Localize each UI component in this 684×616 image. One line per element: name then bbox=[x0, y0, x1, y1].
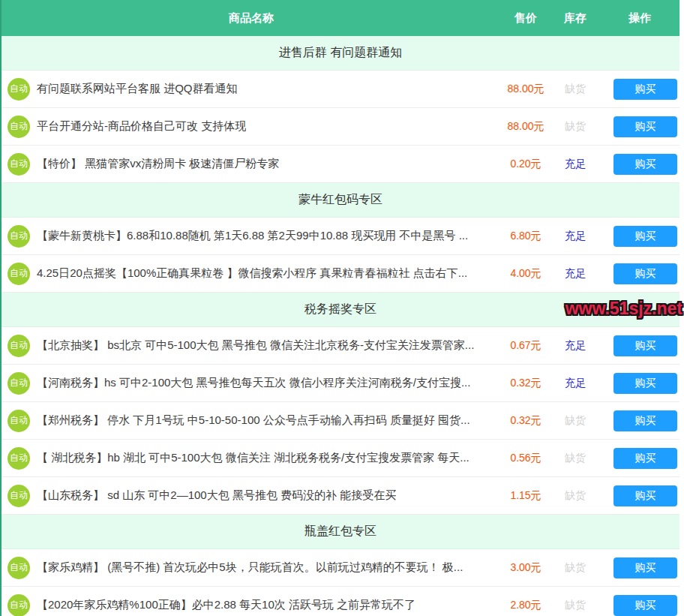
section-header: 瓶盖红包专区 bbox=[2, 515, 680, 549]
product-row: 自动【家乐鸡精】 (黑号不推) 首次玩必中5块，只能玩首次。以前玩过鸡精的不要玩… bbox=[2, 549, 680, 587]
product-name-cell: 自动【特价】 黑猫管家vx清粉周卡 极速清僵尸粉专家 bbox=[2, 153, 501, 176]
stock-status: 缺货 bbox=[550, 83, 600, 96]
product-price: 2.80元 bbox=[501, 599, 550, 612]
stock-status: 缺货 bbox=[550, 414, 600, 428]
action-cell: 购买 bbox=[600, 485, 680, 506]
product-name-cell: 自动【家乐鸡精】 (黑号不推) 首次玩必中5块，只能玩首次。以前玩过鸡精的不要玩… bbox=[2, 557, 501, 579]
action-cell: 购买 bbox=[600, 373, 680, 394]
stock-status: 充足 bbox=[550, 267, 600, 281]
table-body: 进售后群 有问题群通知自动有问题联系网站平台客服 进QQ群看通知88.00元缺货… bbox=[2, 36, 680, 616]
buy-button[interactable]: 购买 bbox=[614, 373, 677, 394]
column-header-product-name: 商品名称 bbox=[2, 11, 501, 26]
product-row: 自动【蒙牛新黄桃卡】6.88和10.88随机 第1天6.88 第2天99中10.… bbox=[2, 218, 680, 255]
column-header-price: 售价 bbox=[501, 11, 550, 26]
product-row: 自动【2020年家乐鸡精%100正确】必中2.88 每天10次 活跃号玩 之前异… bbox=[2, 587, 680, 616]
buy-button[interactable]: 购买 bbox=[614, 557, 677, 578]
stock-status: 缺货 bbox=[550, 452, 600, 465]
product-price: 0.56元 bbox=[501, 452, 550, 465]
action-cell: 购买 bbox=[600, 410, 680, 431]
stock-status: 充足 bbox=[550, 339, 600, 353]
product-name: 【 湖北税务】hb 湖北 可中5-100大包 微信关注 湖北税务税务/支付宝搜发… bbox=[37, 451, 470, 465]
auto-badge: 自动 bbox=[8, 263, 30, 285]
product-name: 4.25日20点摇奖【100%正确真果粒卷 】微信搜索小程序 真果粒青春福粒社 … bbox=[37, 266, 467, 281]
auto-badge: 自动 bbox=[8, 78, 30, 101]
buy-button[interactable]: 购买 bbox=[614, 448, 677, 469]
buy-button[interactable]: 购买 bbox=[614, 263, 677, 284]
buy-button[interactable]: 购买 bbox=[614, 485, 677, 506]
product-price: 0.32元 bbox=[501, 377, 550, 390]
product-row: 自动【特价】 黑猫管家vx清粉周卡 极速清僵尸粉专家0.20元充足购买 bbox=[2, 146, 680, 183]
product-price: 88.00元 bbox=[501, 83, 550, 96]
product-name-cell: 自动平台开通分站-商品价格自己可改 支持体现 bbox=[2, 116, 501, 138]
product-name: 【蒙牛新黄桃卡】6.88和10.88随机 第1天6.88 第2天99中10.88… bbox=[37, 229, 468, 243]
product-row: 自动有问题联系网站平台客服 进QQ群看通知88.00元缺货购买 bbox=[2, 71, 680, 108]
auto-badge: 自动 bbox=[8, 485, 30, 507]
product-row: 自动【北京抽奖】 bs北京 可中5-100大包 黑号推包 微信关注北京税务-支付… bbox=[2, 327, 680, 365]
buy-button[interactable]: 购买 bbox=[614, 116, 677, 137]
product-name: 【北京抽奖】 bs北京 可中5-100大包 黑号推包 微信关注北京税务-支付宝关… bbox=[37, 338, 474, 353]
buy-button[interactable]: 购买 bbox=[614, 410, 677, 431]
product-name-cell: 自动【2020年家乐鸡精%100正确】必中2.88 每天10次 活跃号玩 之前异… bbox=[2, 594, 501, 616]
stock-status: 充足 bbox=[550, 377, 600, 390]
product-price: 1.15元 bbox=[501, 489, 550, 503]
product-row: 自动4.25日20点摇奖【100%正确真果粒卷 】微信搜索小程序 真果粒青春福粒… bbox=[2, 255, 680, 293]
product-name-cell: 自动【山东税务】 sd 山东 可中2—100大包 黑号推包 费码没的补 能接受在… bbox=[2, 485, 501, 507]
column-header-stock: 库存 bbox=[550, 11, 600, 26]
product-row: 自动【山东税务】 sd 山东 可中2—100大包 黑号推包 费码没的补 能接受在… bbox=[2, 477, 680, 515]
section-title: 瓶盖红包专区 bbox=[304, 524, 376, 539]
product-name: 【河南税务】hs 可中2-100大包 黑号推包每天五次 微信小程序关注河南税务/… bbox=[37, 376, 470, 390]
stock-status: 缺货 bbox=[550, 561, 600, 575]
product-name: 有问题联系网站平台客服 进QQ群看通知 bbox=[37, 82, 238, 96]
table-header: 商品名称 售价 库存 操作 bbox=[2, 0, 680, 36]
action-cell: 购买 bbox=[600, 154, 680, 175]
section-title: 进售后群 有问题群通知 bbox=[279, 45, 402, 61]
auto-badge: 自动 bbox=[8, 372, 30, 395]
product-price: 4.00元 bbox=[501, 267, 550, 281]
product-name: 【特价】 黑猫管家vx清粉周卡 极速清僵尸粉专家 bbox=[37, 157, 279, 171]
auto-badge: 自动 bbox=[8, 557, 30, 579]
action-cell: 购买 bbox=[600, 557, 680, 578]
action-cell: 购买 bbox=[600, 595, 680, 616]
action-cell: 购买 bbox=[600, 79, 680, 100]
product-name: 【郑州税务】 停水 下月1号玩 中5-10-50-100 公众号点手动输入再扫码… bbox=[37, 413, 470, 428]
action-cell: 购买 bbox=[600, 335, 680, 356]
product-price: 0.20元 bbox=[501, 158, 550, 171]
product-name-cell: 自动【北京抽奖】 bs北京 可中5-100大包 黑号推包 微信关注北京税务-支付… bbox=[2, 335, 501, 357]
product-row: 自动【郑州税务】 停水 下月1号玩 中5-10-50-100 公众号点手动输入再… bbox=[2, 402, 680, 440]
product-price: 88.00元 bbox=[501, 120, 550, 134]
product-name-cell: 自动【蒙牛新黄桃卡】6.88和10.88随机 第1天6.88 第2天99中10.… bbox=[2, 225, 501, 248]
section-header: 蒙牛红包码专区 bbox=[2, 183, 680, 218]
column-header-action: 操作 bbox=[600, 11, 680, 26]
watermark: www.51sjz.net bbox=[566, 299, 682, 319]
product-row: 自动【 湖北税务】hb 湖北 可中5-100大包 微信关注 湖北税务税务/支付宝… bbox=[2, 440, 680, 477]
section-header: 进售后群 有问题群通知 bbox=[2, 36, 680, 71]
stock-status: 充足 bbox=[550, 158, 600, 171]
product-price: 3.00元 bbox=[501, 561, 550, 575]
buy-button[interactable]: 购买 bbox=[614, 595, 677, 616]
product-price: 6.80元 bbox=[501, 230, 550, 243]
action-cell: 购买 bbox=[600, 116, 680, 137]
auto-badge: 自动 bbox=[8, 594, 30, 616]
buy-button[interactable]: 购买 bbox=[614, 335, 677, 356]
product-name: 平台开通分站-商品价格自己可改 支持体现 bbox=[37, 119, 246, 134]
product-name-cell: 自动【 湖北税务】hb 湖北 可中5-100大包 微信关注 湖北税务税务/支付宝… bbox=[2, 447, 501, 470]
auto-badge: 自动 bbox=[8, 153, 30, 176]
action-cell: 购买 bbox=[600, 226, 680, 247]
product-name-cell: 自动有问题联系网站平台客服 进QQ群看通知 bbox=[2, 78, 501, 101]
buy-button[interactable]: 购买 bbox=[614, 154, 677, 175]
product-name-cell: 自动4.25日20点摇奖【100%正确真果粒卷 】微信搜索小程序 真果粒青春福粒… bbox=[2, 263, 501, 285]
product-price: 0.67元 bbox=[501, 339, 550, 353]
stock-status: 充足 bbox=[550, 230, 600, 243]
stock-status: 缺货 bbox=[550, 489, 600, 503]
auto-badge: 自动 bbox=[8, 225, 30, 248]
buy-button[interactable]: 购买 bbox=[614, 226, 677, 247]
product-name: 【家乐鸡精】 (黑号不推) 首次玩必中5块，只能玩首次。以前玩过鸡精的不要玩！ … bbox=[37, 560, 463, 575]
stock-status: 缺货 bbox=[550, 599, 600, 612]
auto-badge: 自动 bbox=[8, 116, 30, 138]
auto-badge: 自动 bbox=[8, 335, 30, 357]
action-cell: 购买 bbox=[600, 448, 680, 469]
auto-badge: 自动 bbox=[8, 447, 30, 470]
buy-button[interactable]: 购买 bbox=[614, 79, 677, 100]
action-cell: 购买 bbox=[600, 263, 680, 284]
product-row: 自动平台开通分站-商品价格自己可改 支持体现88.00元缺货购买 bbox=[2, 108, 680, 146]
